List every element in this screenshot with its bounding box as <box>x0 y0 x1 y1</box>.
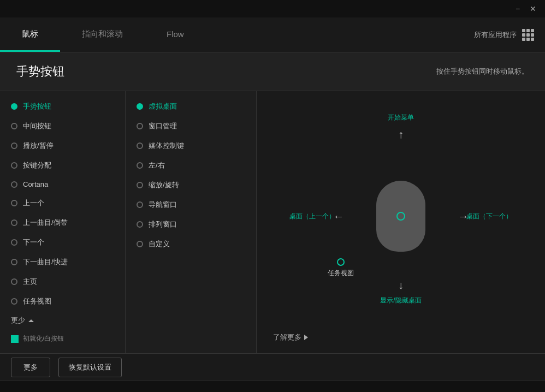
radio-taskview <box>11 298 17 305</box>
all-apps-label: 所有应用程序 <box>474 30 517 40</box>
mouse-diagram-container: 开始菜单 ↑ 桌面（上一个） ← → 桌面（下一个） ↓ 显示/隐藏桌面 任务视… <box>273 102 529 330</box>
mid-item-tile-window[interactable]: 排列窗口 <box>126 215 256 234</box>
radio-play-pause <box>11 142 17 149</box>
radio-window-mgmt <box>137 123 143 129</box>
list-item-home[interactable]: 主页 <box>0 272 125 292</box>
all-apps-button[interactable]: 所有应用程序 <box>474 29 534 41</box>
list-item-play-pause[interactable]: 播放/暂停 <box>0 136 125 156</box>
radio-nav-window <box>137 201 143 208</box>
section-title: 手势按钮 <box>16 63 64 80</box>
mid-item-window-mgmt[interactable]: 窗口管理 <box>126 116 256 136</box>
left-panel: 手势按钮 中间按钮 播放/暂停 按键分配 Cortana 上一个 上一曲目/倒带 <box>0 91 126 353</box>
radio-virtual-desktop <box>137 103 143 110</box>
left-direction-label: 桌面（上一个） <box>289 211 335 221</box>
list-item-next-track[interactable]: 下一曲目/快进 <box>0 252 125 272</box>
top-direction-label: 开始菜单 <box>388 113 414 122</box>
list-item-prev-track[interactable]: 上一曲目/倒带 <box>0 213 125 233</box>
tab-bar: 鼠标 指向和滚动 Flow 所有应用程序 <box>0 17 545 52</box>
section-description: 按住手势按钮同时移动鼠标。 <box>436 67 529 76</box>
radio-prev <box>11 200 17 206</box>
panels-container: 手势按钮 中间按钮 播放/暂停 按键分配 Cortana 上一个 上一曲目/倒带 <box>0 91 545 353</box>
chevron-right-icon <box>304 335 308 340</box>
list-item-prev[interactable]: 上一个 <box>0 193 125 213</box>
radio-next-track <box>11 259 17 265</box>
list-item-keymap[interactable]: 按键分配 <box>0 156 125 175</box>
radio-middle <box>11 123 17 129</box>
mid-item-custom[interactable]: 自定义 <box>126 234 256 254</box>
bottom-toolbar: 更多 恢复默认设置 <box>0 353 545 381</box>
right-direction-label: 桌面（下一个） <box>466 211 512 221</box>
tab-flow[interactable]: Flow <box>145 17 206 52</box>
bottom-direction-label: 显示/隐藏桌面 <box>380 296 421 305</box>
left-arrow-icon: ← <box>333 210 344 222</box>
radio-next <box>11 239 17 246</box>
mid-item-zoom-rotate[interactable]: 缩放/旋转 <box>126 175 256 195</box>
radio-custom <box>137 241 143 247</box>
right-panel: 开始菜单 ↑ 桌面（上一个） ← → 桌面（下一个） ↓ 显示/隐藏桌面 任务视… <box>257 91 545 353</box>
mid-item-left-right[interactable]: 左/右 <box>126 156 256 175</box>
tab-pointer[interactable]: 指向和滚动 <box>60 17 145 52</box>
mouse-body <box>376 181 425 252</box>
chevron-up-icon <box>28 319 34 322</box>
mid-panel: 虚拟桌面 窗口管理 媒体控制键 左/右 缩放/旋转 导航窗口 排列窗口 自定义 <box>126 91 257 353</box>
list-item-next[interactable]: 下一个 <box>0 233 125 252</box>
mid-item-virtual-desktop[interactable]: 虚拟桌面 <box>126 97 256 116</box>
close-button[interactable]: ✕ <box>525 1 541 16</box>
radio-home <box>11 278 17 285</box>
grid-icon <box>522 29 534 41</box>
list-item-gesture[interactable]: 手势按钮 <box>0 97 125 116</box>
tab-mouse[interactable]: 鼠标 <box>0 17 60 52</box>
radio-left-right <box>137 162 143 169</box>
list-item-cortana[interactable]: Cortana <box>0 175 125 193</box>
mid-item-nav-window[interactable]: 导航窗口 <box>126 195 256 215</box>
task-circle-icon <box>337 258 345 266</box>
mid-item-media-keys[interactable]: 媒体控制键 <box>126 136 256 156</box>
reset-defaults-button[interactable]: 恢复默认设置 <box>58 358 122 377</box>
radio-cortana <box>11 181 17 188</box>
task-view-label: 任务视图 <box>328 269 354 278</box>
radio-keymap <box>11 162 17 169</box>
more-settings-button[interactable]: 更多 <box>11 358 50 377</box>
radio-prev-track <box>11 219 17 226</box>
task-view-area: 任务视图 <box>328 258 354 278</box>
checkbox-icon <box>11 335 19 343</box>
more-button[interactable]: 更少 <box>0 311 125 330</box>
checkbox-item[interactable]: 初就化/白按钮 <box>0 330 125 348</box>
learn-more-button[interactable]: 了解更多 <box>273 330 308 345</box>
down-arrow-icon: ↓ <box>398 279 404 292</box>
radio-gesture <box>11 103 17 110</box>
title-bar: − ✕ <box>0 0 545 17</box>
list-item-taskview[interactable]: 任务视图 <box>0 292 125 311</box>
radio-zoom-rotate <box>137 182 143 188</box>
up-arrow-icon: ↑ <box>398 128 404 141</box>
section-header: 手势按钮 按住手势按钮同时移动鼠标。 <box>0 52 545 91</box>
radio-tile-window <box>137 221 143 228</box>
radio-media-keys <box>137 142 143 149</box>
scroll-wheel-icon <box>396 212 405 221</box>
list-item-middle[interactable]: 中间按钮 <box>0 116 125 136</box>
footer: logi Wireless Mobile Mouse MX Anywhere 2… <box>0 381 545 392</box>
minimize-button[interactable]: − <box>510 1 525 16</box>
